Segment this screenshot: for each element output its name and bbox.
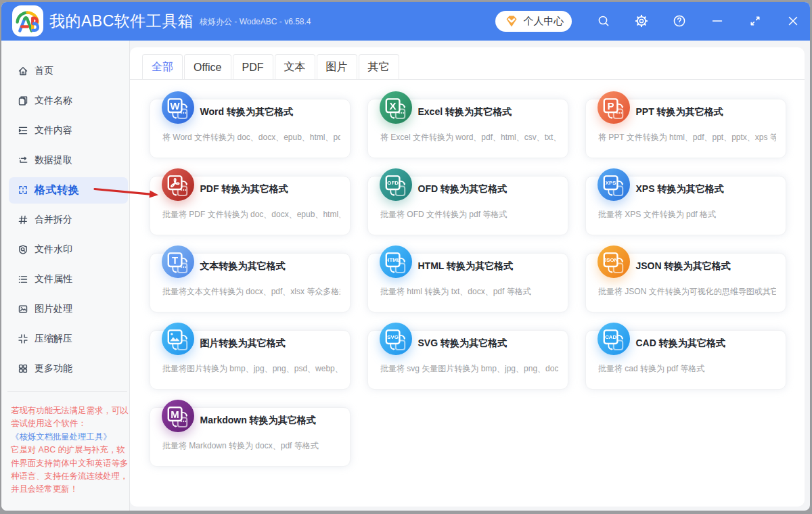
svg-text:CAD: CAD: [605, 334, 616, 340]
svg-text:XPS: XPS: [606, 180, 616, 186]
svg-text:JSON: JSON: [604, 257, 618, 263]
svg-text:P: P: [608, 100, 614, 112]
svg-text:M: M: [171, 408, 179, 420]
svg-text:W: W: [171, 100, 181, 112]
svg-text:OFD: OFD: [387, 180, 399, 186]
svg-text:SVG: SVG: [387, 334, 398, 340]
svg-text:X: X: [390, 100, 397, 112]
svg-text:HTML: HTML: [386, 257, 401, 263]
svg-text:T: T: [172, 254, 178, 266]
